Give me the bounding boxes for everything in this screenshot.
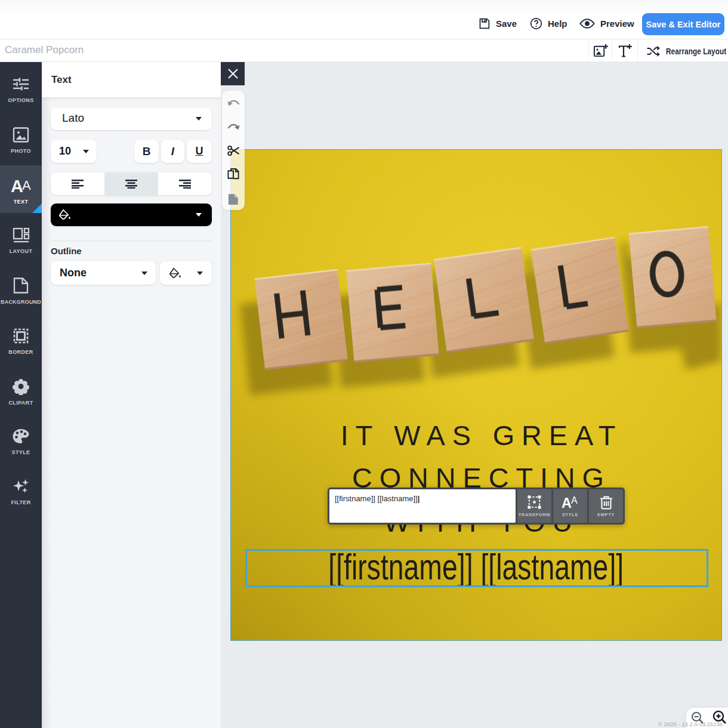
svg-text:A: A bbox=[562, 495, 572, 510]
svg-text:A: A bbox=[22, 178, 31, 193]
svg-text:IT WAS GREAT: IT WAS GREAT bbox=[341, 420, 622, 451]
svg-text:A: A bbox=[11, 177, 23, 194]
svg-text:A: A bbox=[570, 495, 577, 505]
